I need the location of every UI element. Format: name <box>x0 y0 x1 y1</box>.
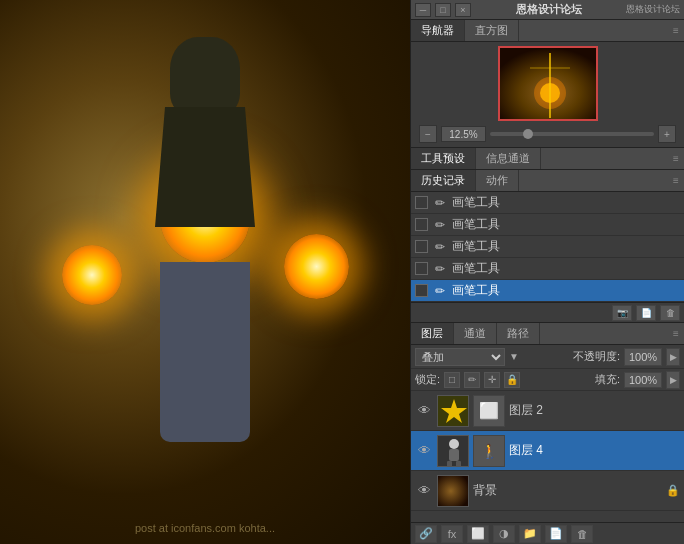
tab-layers[interactable]: 图层 <box>411 323 454 344</box>
thumbnail-image <box>500 48 596 119</box>
blend-arrow-icon: ▼ <box>509 351 519 362</box>
delete-layer-button[interactable]: 🗑 <box>571 525 593 543</box>
zoom-in-button[interactable]: + <box>658 125 676 143</box>
layer-visibility-icon[interactable]: 👁 <box>415 482 433 500</box>
history-menu-button[interactable]: ≡ <box>668 172 684 190</box>
tab-actions[interactable]: 动作 <box>476 170 519 191</box>
layers-menu-button[interactable]: ≡ <box>668 325 684 343</box>
close-button[interactable]: × <box>455 3 471 17</box>
layer-name: 图层 4 <box>509 442 680 459</box>
brush-icon: ✏ <box>432 195 448 211</box>
tab-history[interactable]: 历史记录 <box>411 170 476 191</box>
history-item[interactable]: ✏ 画笔工具 <box>411 258 684 280</box>
navigator-area: − + <box>411 42 684 148</box>
thumbnail-svg <box>500 48 598 121</box>
new-document-button[interactable]: 📄 <box>636 305 656 321</box>
layer-row[interactable]: 👁 背景 🔒 <box>411 471 684 511</box>
history-checkbox[interactable] <box>415 284 428 297</box>
navigator-controls: − + <box>415 125 680 143</box>
canvas-area: post at iconfans.com kohta... <box>0 0 410 544</box>
navigator-thumbnail <box>498 46 598 121</box>
layer-thumbnail <box>437 395 469 427</box>
tool-preset-tabs: 工具预设 信息通道 ≡ <box>411 148 684 170</box>
layer-name: 图层 2 <box>509 402 680 419</box>
layers-tabs: 图层 通道 路径 ≡ <box>411 323 684 345</box>
person-figure <box>105 27 305 497</box>
tab-navigator[interactable]: 导航器 <box>411 20 465 41</box>
lock-transparent-button[interactable]: □ <box>444 372 460 388</box>
tool-preset-menu-button[interactable]: ≡ <box>668 150 684 168</box>
svg-rect-10 <box>447 461 452 467</box>
layer-name: 背景 <box>473 482 662 499</box>
layer-mask-thumb: 🚶 <box>473 435 505 467</box>
svg-rect-9 <box>449 449 459 461</box>
layer-row[interactable]: 👁 ⬜ 图层 2 <box>411 391 684 431</box>
navigator-menu-button[interactable]: ≡ <box>668 22 684 40</box>
history-item[interactable]: ✏ 画笔工具 <box>411 214 684 236</box>
opacity-input[interactable] <box>624 348 662 366</box>
zoom-input[interactable] <box>441 126 486 142</box>
history-item[interactable]: ✏ 画笔工具 <box>411 192 684 214</box>
layers-footer: 🔗 fx ⬜ ◑ 📁 📄 🗑 <box>411 522 684 544</box>
new-group-button[interactable]: 📁 <box>519 525 541 543</box>
brush-icon: ✏ <box>432 217 448 233</box>
tab-histogram[interactable]: 直方图 <box>465 20 519 41</box>
tab-paths[interactable]: 路径 <box>497 323 540 344</box>
fill-expand-button[interactable]: ▶ <box>666 371 680 389</box>
history-item-selected[interactable]: ✏ 画笔工具 <box>411 280 684 302</box>
layer-visibility-icon[interactable]: 👁 <box>415 442 433 460</box>
layer-thumb-svg <box>438 475 468 507</box>
history-item-label: 画笔工具 <box>452 194 500 211</box>
history-checkbox[interactable] <box>415 240 428 253</box>
zoom-slider-handle[interactable] <box>523 129 533 139</box>
fill-input[interactable] <box>624 372 662 388</box>
layer-visibility-icon[interactable]: 👁 <box>415 402 433 420</box>
layer-row-selected[interactable]: 👁 🚶 图层 4 <box>411 431 684 471</box>
lock-all-button[interactable]: 🔒 <box>504 372 520 388</box>
navigator-tabs: 导航器 直方图 ≡ <box>411 20 684 42</box>
link-layers-button[interactable]: 🔗 <box>415 525 437 543</box>
lock-icon: 🔒 <box>666 484 680 497</box>
layer-style-button[interactable]: fx <box>441 525 463 543</box>
history-footer: 📷 📄 🗑 <box>411 303 684 323</box>
layer-thumbnail <box>437 435 469 467</box>
delete-state-button[interactable]: 🗑 <box>660 305 680 321</box>
zoom-slider[interactable] <box>490 132 654 136</box>
canvas-image: post at iconfans.com kohta... <box>0 0 410 544</box>
restore-button[interactable]: □ <box>435 3 451 17</box>
history-checkbox[interactable] <box>415 218 428 231</box>
brush-icon: ✏ <box>432 283 448 299</box>
history-tabs: 历史记录 动作 ≡ <box>411 170 684 192</box>
new-snapshot-button[interactable]: 📷 <box>612 305 632 321</box>
layers-section: 图层 通道 路径 ≡ 叠加 ▼ 不透明度: ▶ 锁定: □ ✏ ✛ <box>411 323 684 544</box>
tab-channels[interactable]: 信息通道 <box>476 148 541 169</box>
history-item[interactable]: ✏ 画笔工具 <box>411 236 684 258</box>
svg-rect-11 <box>456 461 461 467</box>
right-panel: ─ □ × 恩格设计论坛 恩格设计论坛 导航器 直方图 ≡ <box>410 0 684 544</box>
svg-point-8 <box>449 439 459 449</box>
zoom-out-button[interactable]: − <box>419 125 437 143</box>
lock-pixels-button[interactable]: ✏ <box>464 372 480 388</box>
history-item-label: 画笔工具 <box>452 282 500 299</box>
tab-tool-preset[interactable]: 工具预设 <box>411 148 476 169</box>
figure-legs <box>160 262 250 442</box>
minimize-button[interactable]: ─ <box>415 3 431 17</box>
tab-channels-2[interactable]: 通道 <box>454 323 497 344</box>
layer-thumbnail <box>437 475 469 507</box>
lock-position-button[interactable]: ✛ <box>484 372 500 388</box>
svg-rect-12 <box>438 475 468 507</box>
history-checkbox[interactable] <box>415 262 428 275</box>
lock-row: 锁定: □ ✏ ✛ 🔒 填充: ▶ <box>411 369 684 391</box>
blend-mode-select[interactable]: 叠加 <box>415 348 505 366</box>
history-item-label: 画笔工具 <box>452 260 500 277</box>
adjustment-layer-button[interactable]: ◑ <box>493 525 515 543</box>
history-checkbox[interactable] <box>415 196 428 209</box>
brush-icon: ✏ <box>432 261 448 277</box>
layer-mask-button[interactable]: ⬜ <box>467 525 489 543</box>
opacity-expand-button[interactable]: ▶ <box>666 348 680 366</box>
layer-thumb-svg <box>438 395 468 427</box>
opacity-label: 不透明度: <box>573 349 620 364</box>
brush-icon: ✏ <box>432 239 448 255</box>
new-layer-button[interactable]: 📄 <box>545 525 567 543</box>
fill-label: 填充: <box>595 372 620 387</box>
